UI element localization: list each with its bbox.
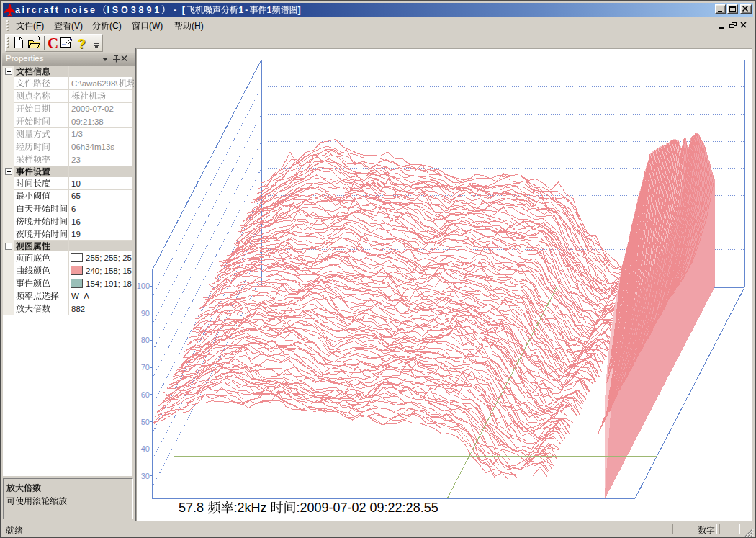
svg-text:10: 10 <box>71 179 81 188</box>
svg-text:): ) <box>41 21 44 31</box>
svg-text:?: ? <box>77 36 86 51</box>
svg-text:W_A: W_A <box>71 292 89 300</box>
svg-text:V: V <box>74 21 80 31</box>
svg-text:19: 19 <box>71 230 81 238</box>
svg-text:57.8: 57.8 <box>179 501 204 515</box>
svg-text:255; 255; 25: 255; 255; 25 <box>86 254 132 262</box>
svg-text:240; 158; 15: 240; 158; 15 <box>86 266 132 275</box>
svg-text:C: C <box>48 35 58 52</box>
svg-text:- [: - [ <box>174 5 186 15</box>
svg-text::2kHz: :2kHz <box>234 501 267 515</box>
svg-text:C: C <box>112 21 119 31</box>
svg-text:C:\awa6298\: C:\awa6298\ <box>71 79 118 88</box>
svg-text:16: 16 <box>71 218 81 226</box>
svg-text:1-: 1- <box>239 5 250 15</box>
svg-text:1/3: 1/3 <box>71 130 83 138</box>
svg-text:09:21:38: 09:21:38 <box>71 117 104 126</box>
svg-text:2009-07-02: 2009-07-02 <box>71 104 114 113</box>
svg-text:): ) <box>160 21 163 31</box>
svg-text:aircraft noise: aircraft noise <box>15 5 97 15</box>
svg-text::2009-07-02 09:22:28.55: :2009-07-02 09:22:28.55 <box>297 501 438 515</box>
svg-text:W: W <box>152 21 161 31</box>
svg-text:): ) <box>80 21 83 31</box>
svg-text:ISO3891: ISO3891 <box>107 5 163 15</box>
svg-text:]: ] <box>298 5 301 15</box>
svg-text:F: F <box>36 21 41 31</box>
svg-text:): ) <box>119 21 122 31</box>
svg-text:6: 6 <box>71 205 76 213</box>
svg-text:23: 23 <box>71 156 81 164</box>
svg-text:65: 65 <box>71 192 81 200</box>
svg-text:): ) <box>201 21 204 31</box>
svg-text:H: H <box>194 21 201 31</box>
svg-text:Properties: Properties <box>6 54 44 63</box>
svg-text:06h34m13s: 06h34m13s <box>71 143 114 151</box>
svg-text:1: 1 <box>267 5 272 15</box>
svg-text:154; 191; 18: 154; 191; 18 <box>86 279 132 288</box>
svg-text:882: 882 <box>71 305 85 313</box>
